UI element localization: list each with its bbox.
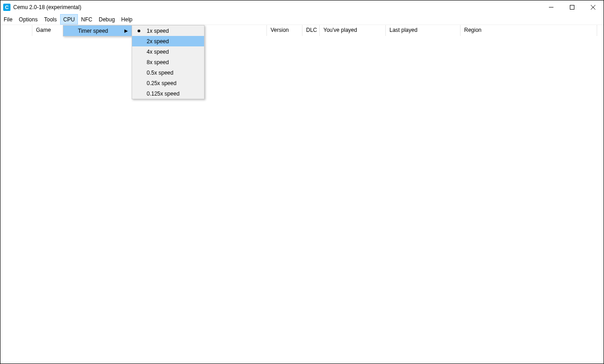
speed-option-label: 1x speed xyxy=(147,28,169,34)
maximize-button[interactable] xyxy=(562,0,583,14)
speed-option-label: 4x speed xyxy=(147,49,169,55)
speed-option[interactable]: 0.25x speed xyxy=(132,78,204,88)
minimize-button[interactable] xyxy=(541,0,562,14)
radio-checked-icon xyxy=(138,30,140,32)
content-area: GameVersionDLCYou've playedLast playedRe… xyxy=(0,25,604,364)
speed-option-label: 0.5x speed xyxy=(147,70,174,76)
speed-option[interactable]: 2x speed xyxy=(132,36,204,46)
menu-cpu[interactable]: CPU xyxy=(60,14,78,25)
column-header[interactable]: DLC xyxy=(302,25,320,36)
menu-tools[interactable]: Tools xyxy=(41,14,60,25)
close-button[interactable] xyxy=(583,0,604,14)
timer-speed-submenu: 1x speed2x speed4x speed8x speed0.5x spe… xyxy=(132,25,205,99)
speed-option-label: 0.125x speed xyxy=(147,91,179,97)
column-header[interactable]: Version xyxy=(267,25,302,36)
app-icon: C xyxy=(3,4,10,11)
speed-option[interactable]: 8x speed xyxy=(132,57,204,67)
speed-option[interactable]: 0.5x speed xyxy=(132,67,204,78)
speed-option[interactable]: 1x speed xyxy=(132,25,204,36)
column-header[interactable]: Region xyxy=(461,25,597,36)
menu-nfc[interactable]: NFC xyxy=(78,14,96,25)
svg-rect-1 xyxy=(570,5,574,10)
speed-option[interactable]: 0.125x speed xyxy=(132,88,204,99)
speed-option-label: 0.25x speed xyxy=(147,80,176,86)
column-header[interactable] xyxy=(0,25,32,36)
menu-options[interactable]: Options xyxy=(15,14,41,25)
menu-item-label: Timer speed xyxy=(78,28,108,34)
menu-item-timer-speed[interactable]: Timer speed ▶ xyxy=(63,25,132,36)
title-bar: C Cemu 2.0-18 (experimental) xyxy=(0,0,604,14)
menu-file[interactable]: File xyxy=(0,14,15,25)
speed-option-label: 2x speed xyxy=(147,38,169,45)
column-header[interactable]: Last played xyxy=(386,25,461,36)
window-controls xyxy=(541,0,604,14)
menu-bar: FileOptionsToolsCPUNFCDebugHelp xyxy=(0,14,604,25)
column-header[interactable]: You've played xyxy=(320,25,386,36)
speed-option[interactable]: 4x speed xyxy=(132,46,204,57)
menu-debug[interactable]: Debug xyxy=(96,14,118,25)
menu-help[interactable]: Help xyxy=(118,14,136,25)
submenu-arrow-icon: ▶ xyxy=(124,28,128,33)
window-title: Cemu 2.0-18 (experimental) xyxy=(13,4,81,10)
cpu-menu-dropdown: Timer speed ▶ xyxy=(63,25,132,36)
speed-option-label: 8x speed xyxy=(147,59,169,66)
